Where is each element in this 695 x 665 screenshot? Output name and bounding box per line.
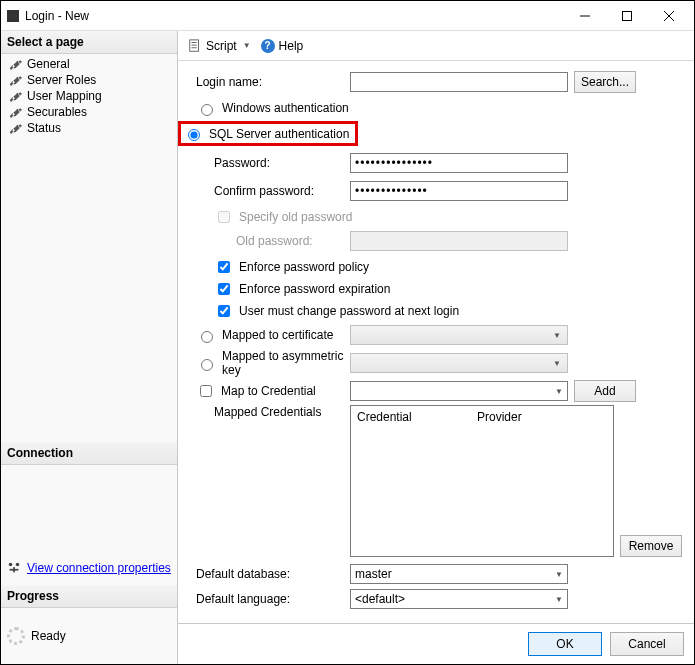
old-password-input xyxy=(350,231,568,251)
default-language-value: <default> xyxy=(355,592,405,606)
chevron-down-icon: ▼ xyxy=(553,359,561,368)
script-label: Script xyxy=(206,39,237,53)
maximize-button[interactable] xyxy=(606,1,648,31)
enforce-policy-checkbox[interactable] xyxy=(218,261,230,273)
app-icon xyxy=(7,10,19,22)
mapped-credentials-table[interactable]: Credential Provider xyxy=(350,405,614,557)
page-item-user-mapping[interactable]: User Mapping xyxy=(5,88,175,104)
ok-button[interactable]: OK xyxy=(528,632,602,656)
mapped-credentials-label: Mapped Credentials xyxy=(196,405,350,419)
login-name-label: Login name: xyxy=(196,75,350,89)
windows-auth-radio[interactable] xyxy=(201,104,213,116)
wrench-icon xyxy=(9,121,23,135)
wrench-icon xyxy=(9,73,23,87)
search-button[interactable]: Search... xyxy=(574,71,636,93)
page-list: General Server Roles User Mapping Secura… xyxy=(1,54,177,142)
svg-point-4 xyxy=(9,563,13,567)
wrench-icon xyxy=(9,57,23,71)
page-item-label: User Mapping xyxy=(27,89,102,103)
enforce-expiration-checkbox[interactable] xyxy=(218,283,230,295)
password-input[interactable] xyxy=(350,153,568,173)
asymmetric-key-select[interactable]: ▼ xyxy=(350,353,568,373)
select-page-header: Select a page xyxy=(1,31,177,54)
add-button[interactable]: Add xyxy=(574,380,636,402)
windows-auth-label: Windows authentication xyxy=(222,101,349,115)
svg-rect-1 xyxy=(623,11,632,20)
page-item-securables[interactable]: Securables xyxy=(5,104,175,120)
connection-header: Connection xyxy=(1,442,177,465)
enforce-expiration-label: Enforce password expiration xyxy=(239,282,390,296)
chevron-down-icon: ▼ xyxy=(243,41,251,50)
progress-status: Ready xyxy=(31,629,66,643)
map-credential-checkbox[interactable] xyxy=(200,385,212,397)
toolbar: Script ▼ ? Help xyxy=(178,31,694,61)
titlebar: Login - New xyxy=(1,1,694,31)
page-item-label: General xyxy=(27,57,70,71)
default-database-select[interactable]: master ▼ xyxy=(350,564,568,584)
sql-auth-label: SQL Server authentication xyxy=(209,127,349,141)
page-item-status[interactable]: Status xyxy=(5,120,175,136)
svg-rect-7 xyxy=(10,569,19,571)
default-database-label: Default database: xyxy=(196,567,350,581)
default-language-label: Default language: xyxy=(196,592,350,606)
chevron-down-icon: ▼ xyxy=(555,570,563,579)
sql-auth-highlight: SQL Server authentication xyxy=(178,121,358,146)
mapped-asymmetric-label: Mapped to asymmetric key xyxy=(222,349,350,377)
help-label: Help xyxy=(279,39,304,53)
confirm-password-input[interactable] xyxy=(350,181,568,201)
connection-icon xyxy=(7,561,21,575)
progress-spinner-icon xyxy=(7,627,25,645)
page-item-general[interactable]: General xyxy=(5,56,175,72)
script-dropdown[interactable]: Script ▼ xyxy=(188,39,251,53)
mapped-certificate-radio[interactable] xyxy=(201,331,213,343)
page-item-label: Status xyxy=(27,121,61,135)
help-button[interactable]: ? Help xyxy=(261,39,304,53)
default-database-value: master xyxy=(355,567,392,581)
sidebar: Select a page General Server Roles User … xyxy=(1,31,178,664)
dialog-buttons: OK Cancel xyxy=(178,623,694,664)
password-label: Password: xyxy=(196,156,350,170)
login-name-input[interactable] xyxy=(350,72,568,92)
specify-old-password-checkbox xyxy=(218,211,230,223)
old-password-label: Old password: xyxy=(196,234,350,248)
script-icon xyxy=(188,39,202,53)
page-item-server-roles[interactable]: Server Roles xyxy=(5,72,175,88)
close-button[interactable] xyxy=(648,1,690,31)
view-connection-properties-link[interactable]: View connection properties xyxy=(27,561,171,575)
chevron-down-icon: ▼ xyxy=(553,331,561,340)
sql-auth-radio[interactable] xyxy=(188,129,200,141)
minimize-button[interactable] xyxy=(564,1,606,31)
svg-point-5 xyxy=(16,563,20,567)
window-title: Login - New xyxy=(25,9,89,23)
mapped-asymmetric-radio[interactable] xyxy=(201,359,213,371)
certificate-select[interactable]: ▼ xyxy=(350,325,568,345)
page-item-label: Securables xyxy=(27,105,87,119)
remove-button[interactable]: Remove xyxy=(620,535,682,557)
default-language-select[interactable]: <default> ▼ xyxy=(350,589,568,609)
help-icon: ? xyxy=(261,39,275,53)
content: Login name: Search... Windows authentica… xyxy=(178,61,694,623)
wrench-icon xyxy=(9,105,23,119)
chevron-down-icon: ▼ xyxy=(555,595,563,604)
chevron-down-icon: ▼ xyxy=(555,387,563,396)
specify-old-password-label: Specify old password xyxy=(239,210,352,224)
enforce-policy-label: Enforce password policy xyxy=(239,260,369,274)
must-change-label: User must change password at next login xyxy=(239,304,459,318)
provider-column-header: Provider xyxy=(477,410,522,424)
cancel-button[interactable]: Cancel xyxy=(610,632,684,656)
credential-select[interactable]: ▼ xyxy=(350,381,568,401)
wrench-icon xyxy=(9,89,23,103)
confirm-password-label: Confirm password: xyxy=(196,184,350,198)
progress-header: Progress xyxy=(1,585,177,608)
mapped-certificate-label: Mapped to certificate xyxy=(222,328,333,342)
map-credential-label: Map to Credential xyxy=(221,384,316,398)
must-change-checkbox[interactable] xyxy=(218,305,230,317)
credential-column-header: Credential xyxy=(357,410,477,424)
page-item-label: Server Roles xyxy=(27,73,96,87)
